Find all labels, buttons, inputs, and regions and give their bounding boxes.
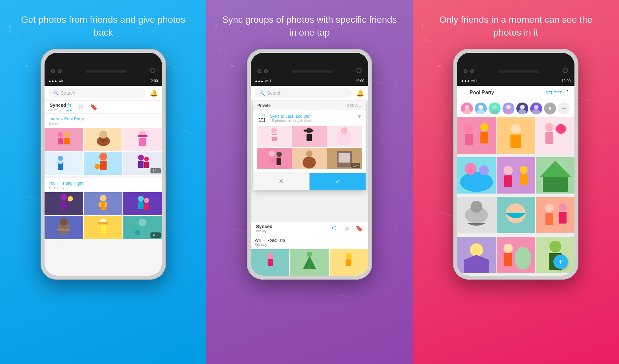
svg-rect-40 [304,130,313,132]
search-icon-2: 🔍 [259,90,265,96]
sync-info: Sync to Jack and Jill? 15 photos taken w… [270,114,354,123]
avatar-6 [530,103,542,114]
select-button[interactable]: SELECT [545,90,562,95]
more-badge-1: 12 › [150,168,161,173]
svg-point-11 [99,153,107,161]
svg-rect-78 [480,132,488,143]
card-1-time: Today [49,121,158,125]
bell-icon-2[interactable]: 🔔 [356,89,364,97]
clock-tab-2[interactable]: ⏱ [332,225,338,232]
grid-tab-2[interactable]: ⊞ [344,225,349,232]
svg-point-9 [58,156,63,161]
sync-title: Sync to Jack and Jill? [270,114,354,119]
sync-item: JUN 23 Sync to Jack and Jill? 15 photos … [253,110,366,172]
svg-point-111 [515,247,531,270]
svg-rect-25 [138,202,144,209]
svg-rect-110 [504,253,512,266]
svg-rect-89 [497,157,535,194]
svg-point-53 [307,252,312,257]
svg-rect-44 [269,157,275,164]
wifi-icon-2: WiFi [265,79,271,82]
svg-point-45 [277,152,282,157]
photo-1-3 [123,128,162,151]
sync-modal: Private SEE ALL JUN 23 [253,101,366,190]
search-text-2: Search [267,90,281,96]
add-avatar-button[interactable]: + [558,103,570,114]
phone-2-dots [257,69,268,73]
road-trip-card-header: Will » Road Trip Sunday [251,235,368,249]
confirm-sync-button[interactable]: ✓ [310,173,366,190]
svg-rect-12 [100,161,107,170]
phone-2-screen: ▲▲▲ WiFi 12:00 🔍 Search 🔔 [251,76,368,276]
sync-photos: 10 › [257,126,362,169]
svg-rect-17 [144,162,149,168]
phone-3-speaker [499,70,538,73]
svg-point-34 [139,219,147,227]
rt-photo-2 [290,249,329,276]
phone-2-search-bar: 🔍 Search 🔔 [251,86,368,101]
svg-rect-30 [57,229,70,230]
more-options-button[interactable]: ⋮ [565,89,570,96]
tab-label-2: Synced Activity [256,224,273,233]
panel-2: Sync groups of photos with specific frie… [206,0,412,364]
phone-2-status-bar: ▲▲▲ WiFi 12:00 [251,76,368,86]
pool-party-title: Pool Party [470,90,542,96]
card-2-album: Friday Night [60,181,83,186]
svg-rect-46 [277,158,281,165]
svg-rect-33 [98,222,108,225]
svg-point-109 [504,244,513,253]
back-button[interactable]: ← [461,89,467,96]
svg-point-86 [460,172,493,192]
see-all-link[interactable]: SEE ALL [347,104,362,107]
panel-3-headline: Only friends in a moment can see the pho… [413,13,619,39]
mosaic-3 [536,117,574,154]
photo-2-1 [45,192,83,215]
cancel-sync-button[interactable]: ✕ [253,173,310,190]
svg-rect-101 [536,197,574,233]
grid-tab-1[interactable]: ⊞ [79,104,83,111]
svg-rect-1 [58,138,63,144]
svg-point-104 [559,203,567,211]
avatar-1 [461,103,473,114]
svg-point-24 [138,196,144,202]
mosaic-11 [497,237,535,273]
svg-point-69 [520,105,525,109]
signal-icon: ▲▲▲ [49,79,57,82]
svg-rect-22 [99,202,101,207]
svg-point-16 [144,157,149,161]
panel-3: Only friends in a moment can see the pho… [413,0,619,364]
search-input-area-1[interactable]: 🔍 Search [49,88,146,98]
sync-day: 23 [257,117,267,123]
clock-tab-1[interactable]: ⏱ [66,103,72,111]
svg-rect-7 [139,138,146,146]
mosaic-12 [536,237,574,273]
phone-1-speaker [86,70,126,73]
sync-expand-icon[interactable]: ▼ [357,114,362,119]
svg-point-80 [511,124,521,134]
mosaic-8 [497,197,535,233]
tab-icons-2: ⏱ ⊞ 🔖 [332,225,363,232]
photo-mosaic [457,117,574,276]
bookmark-tab-1[interactable]: 🔖 [90,104,97,111]
svg-point-83 [545,123,554,132]
phone-2-speaker [292,70,332,73]
wifi-icon: WiFi [58,79,64,82]
mosaic-7 [457,197,496,233]
bookmark-tab-2[interactable]: 🔖 [356,225,363,232]
svg-point-77 [480,123,488,131]
phone-1-screen: ▲▲▲ WiFi 12:00 🔍 Search 🔔 [45,76,162,276]
photo-1-2 [84,128,122,151]
pool-party-header: ← Pool Party SELECT ⋮ [457,86,574,100]
svg-rect-23 [105,202,107,207]
bell-icon-1[interactable]: 🔔 [150,89,158,97]
photo-1-6: 12 › [123,152,162,175]
phone-1-dots [51,69,62,73]
search-input-area-2[interactable]: 🔍 Search [255,88,352,98]
rt-photo-3 [330,249,368,276]
card-1-title: Laura » Pool Party [49,116,158,121]
signal-icon-2: ▲▲▲ [255,79,264,82]
phone-3: ▲▲▲ WiFi 12:00 ← Pool Party SELECT ⋮ [453,49,578,280]
rt-photo-1 [251,249,289,276]
activity-label-2: Activity [256,229,273,233]
photo-2-2 [84,192,122,215]
